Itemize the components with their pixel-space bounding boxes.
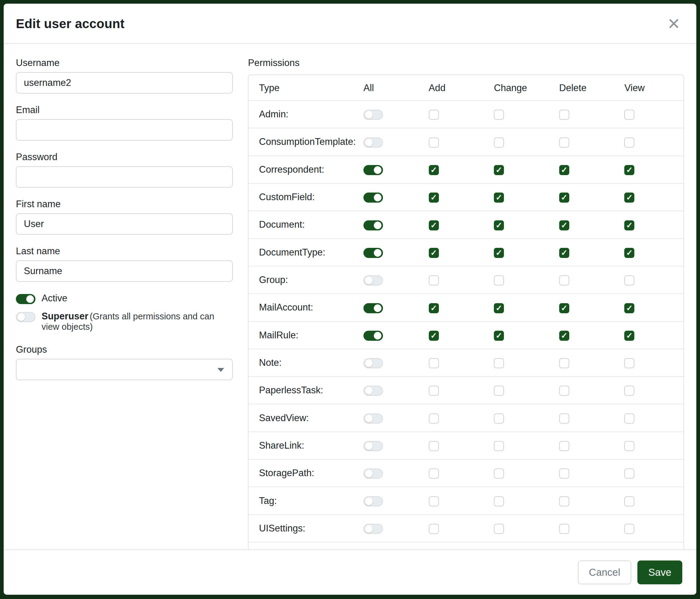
permission-delete-checkbox[interactable] bbox=[559, 524, 569, 534]
permission-view-checkbox[interactable] bbox=[624, 441, 634, 451]
permission-add-checkbox[interactable] bbox=[429, 248, 439, 258]
permission-view-checkbox[interactable] bbox=[624, 248, 634, 258]
permission-delete-checkbox[interactable] bbox=[559, 165, 569, 175]
col-header-type: Type bbox=[249, 75, 357, 100]
first-name-label: First name bbox=[16, 199, 233, 210]
permission-change-checkbox[interactable] bbox=[494, 303, 504, 313]
permission-add-checkbox[interactable] bbox=[429, 110, 439, 120]
permission-change-checkbox[interactable] bbox=[494, 193, 504, 202]
superuser-toggle[interactable] bbox=[16, 312, 35, 322]
permission-view-checkbox[interactable] bbox=[624, 303, 634, 313]
permission-all-toggle[interactable] bbox=[364, 331, 383, 341]
permission-view-checkbox[interactable] bbox=[624, 220, 634, 231]
save-button[interactable]: Save bbox=[638, 560, 682, 584]
groups-select[interactable] bbox=[16, 359, 233, 380]
permission-add-checkbox[interactable] bbox=[429, 358, 439, 368]
permission-all-toggle[interactable] bbox=[364, 441, 383, 451]
username-input[interactable] bbox=[16, 72, 233, 94]
permission-change-checkbox[interactable] bbox=[494, 441, 504, 451]
permission-delete-checkbox[interactable] bbox=[559, 413, 569, 424]
permission-all-toggle[interactable] bbox=[364, 275, 383, 285]
permission-view-checkbox[interactable] bbox=[624, 193, 634, 202]
permission-delete-checkbox[interactable] bbox=[559, 193, 569, 202]
modal-body: Username Email Password First name Last … bbox=[4, 44, 696, 550]
first-name-input[interactable] bbox=[16, 213, 233, 235]
permission-add-checkbox[interactable] bbox=[429, 220, 439, 231]
permission-view-checkbox[interactable] bbox=[624, 358, 634, 368]
toggle-knob bbox=[365, 277, 373, 284]
permission-all-toggle[interactable] bbox=[364, 524, 383, 534]
permission-add-checkbox[interactable] bbox=[429, 138, 439, 148]
permission-change-checkbox[interactable] bbox=[494, 165, 504, 175]
permission-all-toggle[interactable] bbox=[364, 413, 383, 424]
active-toggle[interactable] bbox=[16, 294, 35, 304]
permission-change-checkbox[interactable] bbox=[494, 331, 504, 341]
permission-view-checkbox[interactable] bbox=[624, 331, 634, 341]
permission-view-checkbox[interactable] bbox=[624, 138, 634, 148]
permission-all-toggle[interactable] bbox=[364, 386, 383, 396]
last-name-input[interactable] bbox=[16, 260, 233, 282]
permission-row: Note: bbox=[249, 349, 683, 377]
permission-view-checkbox[interactable] bbox=[624, 524, 634, 534]
permission-all-toggle[interactable] bbox=[364, 193, 383, 202]
permission-delete-checkbox[interactable] bbox=[559, 275, 569, 285]
permission-delete-checkbox[interactable] bbox=[559, 331, 569, 341]
close-icon[interactable]: ✕ bbox=[665, 15, 683, 33]
permission-add-checkbox[interactable] bbox=[429, 413, 439, 424]
email-input[interactable] bbox=[16, 119, 233, 141]
permission-add-checkbox[interactable] bbox=[429, 469, 439, 479]
permission-view-checkbox[interactable] bbox=[624, 110, 634, 120]
permission-add-checkbox[interactable] bbox=[429, 441, 439, 451]
permission-add-checkbox[interactable] bbox=[429, 524, 439, 534]
permission-delete-checkbox[interactable] bbox=[559, 358, 569, 368]
permission-change-checkbox[interactable] bbox=[494, 110, 504, 120]
permission-add-checkbox[interactable] bbox=[429, 386, 439, 396]
toggle-knob bbox=[365, 442, 373, 450]
permission-change-checkbox[interactable] bbox=[494, 220, 504, 231]
permission-change-checkbox[interactable] bbox=[494, 524, 504, 534]
permission-add-checkbox[interactable] bbox=[429, 303, 439, 313]
permission-delete-checkbox[interactable] bbox=[559, 496, 569, 506]
permission-change-checkbox[interactable] bbox=[494, 138, 504, 148]
permission-all-toggle[interactable] bbox=[364, 303, 383, 313]
permission-delete-checkbox[interactable] bbox=[559, 441, 569, 451]
permission-all-toggle[interactable] bbox=[364, 469, 383, 479]
permission-all-toggle[interactable] bbox=[364, 165, 383, 175]
permission-delete-checkbox[interactable] bbox=[559, 303, 569, 313]
permission-all-toggle[interactable] bbox=[364, 248, 383, 258]
permission-view-checkbox[interactable] bbox=[624, 496, 634, 506]
permission-change-checkbox[interactable] bbox=[494, 469, 504, 479]
permission-all-toggle[interactable] bbox=[364, 220, 383, 231]
permission-delete-checkbox[interactable] bbox=[559, 386, 569, 396]
permission-delete-checkbox[interactable] bbox=[559, 138, 569, 148]
permission-change-checkbox[interactable] bbox=[494, 248, 504, 258]
permission-all-toggle[interactable] bbox=[364, 496, 383, 506]
last-name-label: Last name bbox=[16, 246, 233, 257]
permission-view-checkbox[interactable] bbox=[624, 275, 634, 285]
permission-all-toggle[interactable] bbox=[364, 358, 383, 368]
permission-add-checkbox[interactable] bbox=[429, 275, 439, 285]
permission-view-checkbox[interactable] bbox=[624, 469, 634, 479]
cancel-button[interactable]: Cancel bbox=[578, 560, 631, 584]
permission-add-checkbox[interactable] bbox=[429, 496, 439, 506]
permission-all-toggle[interactable] bbox=[364, 110, 383, 120]
permission-add-checkbox[interactable] bbox=[429, 165, 439, 175]
permission-delete-checkbox[interactable] bbox=[559, 220, 569, 231]
permission-delete-checkbox[interactable] bbox=[559, 110, 569, 120]
permission-change-checkbox[interactable] bbox=[494, 496, 504, 506]
permission-change-checkbox[interactable] bbox=[494, 413, 504, 424]
permission-delete-checkbox[interactable] bbox=[559, 248, 569, 258]
password-input[interactable] bbox=[16, 166, 233, 188]
permission-view-checkbox[interactable] bbox=[624, 413, 634, 424]
permission-change-checkbox[interactable] bbox=[494, 358, 504, 368]
permission-all-toggle[interactable] bbox=[364, 138, 383, 148]
toggle-knob bbox=[365, 470, 373, 477]
permission-type-label: ShareLink: bbox=[249, 432, 357, 459]
permission-view-checkbox[interactable] bbox=[624, 165, 634, 175]
permission-change-checkbox[interactable] bbox=[494, 275, 504, 285]
permission-delete-checkbox[interactable] bbox=[559, 469, 569, 479]
permission-change-checkbox[interactable] bbox=[494, 386, 504, 396]
permission-add-checkbox[interactable] bbox=[429, 331, 439, 341]
permission-view-checkbox[interactable] bbox=[624, 386, 634, 396]
permission-add-checkbox[interactable] bbox=[429, 193, 439, 202]
